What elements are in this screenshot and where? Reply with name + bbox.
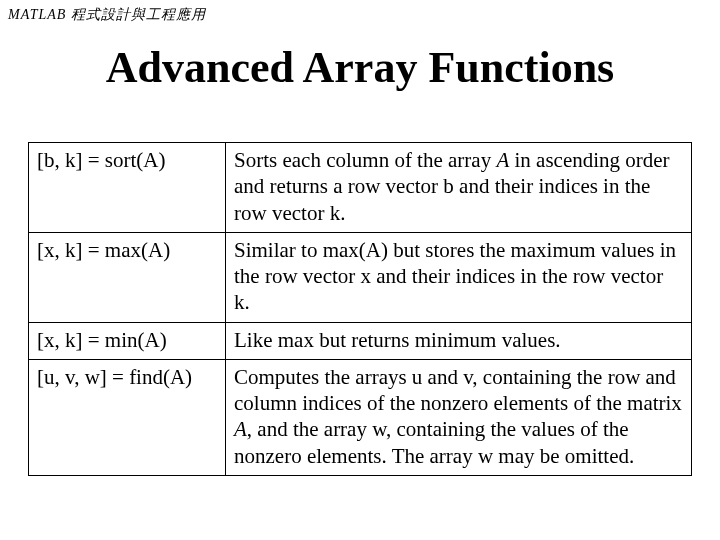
desc-italic: A: [234, 417, 247, 441]
fn-cell: [u, v, w] = find(A): [29, 359, 226, 475]
fn-cell: [x, k] = max(A): [29, 232, 226, 322]
functions-table: [b, k] = sort(A) Sorts each column of th…: [28, 142, 692, 476]
desc-text: Similar to max(A) but stores the maximum…: [234, 238, 676, 315]
table-row: [x, k] = min(A) Like max but returns min…: [29, 322, 692, 359]
course-header: MATLAB 程式設計與工程應用: [8, 6, 206, 24]
desc-cell: Sorts each column of the array A in asce…: [226, 143, 692, 233]
desc-text: Like max but returns minimum values.: [234, 328, 561, 352]
table-row: [u, v, w] = find(A) Computes the arrays …: [29, 359, 692, 475]
desc-cell: Computes the arrays u and v, containing …: [226, 359, 692, 475]
desc-italic: A: [496, 148, 509, 172]
table-row: [x, k] = max(A) Similar to max(A) but st…: [29, 232, 692, 322]
fn-cell: [x, k] = min(A): [29, 322, 226, 359]
fn-cell: [b, k] = sort(A): [29, 143, 226, 233]
slide-title: Advanced Array Functions: [0, 42, 720, 93]
slide: MATLAB 程式設計與工程應用 Advanced Array Function…: [0, 0, 720, 540]
table-row: [b, k] = sort(A) Sorts each column of th…: [29, 143, 692, 233]
desc-cell: Like max but returns minimum values.: [226, 322, 692, 359]
desc-text: Computes the arrays u and v, containing …: [234, 365, 682, 415]
desc-text: Sorts each column of the array: [234, 148, 496, 172]
desc-text: , and the array w, containing the values…: [234, 417, 634, 467]
desc-cell: Similar to max(A) but stores the maximum…: [226, 232, 692, 322]
